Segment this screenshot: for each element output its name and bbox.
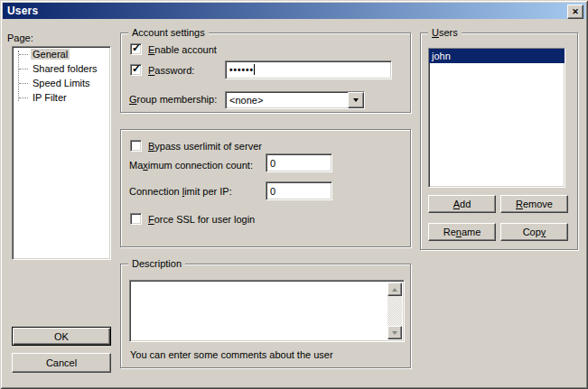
close-icon: ✕ [572, 8, 579, 16]
tree-item-ip-filter[interactable]: IP Filter [13, 90, 110, 105]
tree-twig-icon [19, 83, 28, 84]
connection-limit-per-ip-input[interactable] [266, 181, 332, 200]
tree-twig-icon [19, 97, 28, 98]
enable-account-checkbox[interactable] [130, 43, 142, 55]
arrow-down-icon [392, 331, 397, 335]
window-title: Users [3, 5, 38, 17]
description-caption: Description [128, 258, 185, 270]
password-label[interactable]: Password: [148, 65, 194, 76]
force-ssl-row: Force SSL for user login [130, 213, 255, 225]
description-group: Description You can enter some comments … [120, 264, 411, 368]
cancel-button[interactable]: Cancel [12, 353, 111, 373]
combo-dropdown-button[interactable] [348, 92, 364, 108]
users-dialog: Users ✕ Page: General Shared folders Spe… [0, 0, 588, 389]
users-group: Users john Add Remove Rename Copy [420, 32, 578, 250]
page-tree[interactable]: General Shared folders Speed Limits IP F… [12, 46, 111, 260]
users-caption: Users [428, 27, 462, 39]
tree-item-label[interactable]: General [31, 49, 70, 60]
tree-item-speed-limits[interactable]: Speed Limits [13, 76, 110, 90]
bypass-userlimit-label[interactable]: Bypass userlimit of server [148, 141, 262, 152]
tree-twig-icon [19, 69, 28, 69]
group-membership-value: <none> [226, 95, 348, 106]
scrollbar-down-button[interactable] [387, 326, 402, 339]
scrollbar-track[interactable] [387, 296, 402, 326]
group-membership-select[interactable]: <none> [225, 91, 365, 109]
chevron-down-icon [353, 98, 359, 102]
password-field[interactable]: •••••• [225, 60, 392, 79]
remove-button[interactable]: Remove [500, 195, 568, 213]
tree-item-label[interactable]: IP Filter [31, 92, 69, 103]
tree-item-shared-folders[interactable]: Shared folders [13, 61, 110, 76]
description-scrollbar[interactable] [387, 282, 402, 339]
tree-item-general[interactable]: General [13, 47, 110, 61]
description-textarea[interactable] [129, 280, 405, 342]
tree-item-label[interactable]: Speed Limits [31, 78, 92, 88]
users-list[interactable]: john [428, 48, 565, 188]
close-button[interactable]: ✕ [567, 5, 583, 19]
max-connection-count-input[interactable] [266, 153, 332, 172]
arrow-up-icon [392, 288, 397, 292]
add-button[interactable]: Add [428, 195, 496, 213]
tree-twig-icon [19, 54, 28, 55]
account-settings-caption: Account settings [128, 27, 209, 39]
description-hint: You can enter some comments about the us… [130, 349, 333, 360]
password-value: •••••• [229, 65, 254, 75]
password-checkbox[interactable] [130, 64, 142, 76]
ok-button[interactable]: OK [12, 327, 111, 346]
bypass-userlimit-row: Bypass userlimit of server [130, 140, 262, 152]
force-ssl-checkbox[interactable] [130, 213, 142, 225]
tree-item-label[interactable]: Shared folders [31, 63, 99, 74]
rename-button[interactable]: Rename [428, 223, 496, 241]
force-ssl-label[interactable]: Force SSL for user login [148, 214, 255, 225]
password-row: Password: [130, 64, 194, 76]
scrollbar-up-button[interactable] [387, 282, 402, 296]
list-item-john[interactable]: john [429, 49, 565, 63]
account-settings-group: Account settings Enable account Password… [120, 32, 411, 113]
connection-limits-group: Bypass userlimit of server Maximum conne… [120, 129, 411, 247]
enable-account-row: Enable account [130, 43, 217, 55]
text-caret [254, 64, 255, 75]
enable-account-label[interactable]: Enable account [148, 44, 217, 55]
bypass-userlimit-checkbox[interactable] [130, 140, 142, 152]
titlebar[interactable]: Users ✕ [3, 3, 585, 19]
page-label: Page: [7, 32, 33, 43]
connection-limit-per-ip-label: Connection limit per IP: [129, 186, 232, 197]
copy-button[interactable]: Copy [500, 223, 568, 241]
max-connection-count-label: Maximum connection count: [129, 160, 253, 171]
group-membership-label: Group membership: [129, 94, 217, 105]
